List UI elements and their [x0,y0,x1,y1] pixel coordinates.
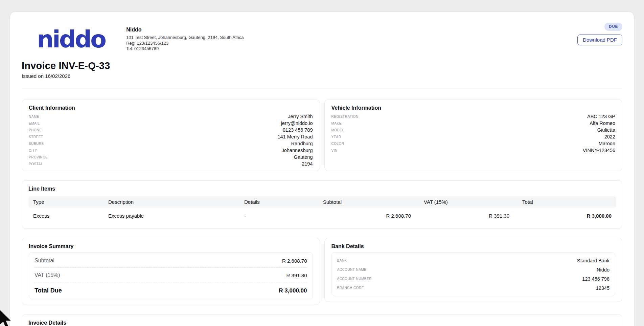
client-information-card: Client Information NAME Jerry Smith EMAI… [22,100,320,171]
client-province-label: PROVINCE [29,155,48,159]
header-divider [22,88,622,88]
client-information-title: Client Information [29,105,313,111]
line-item-vat: R 391.30 [419,208,518,224]
bank-account-number-value: 123 456 798 [582,276,610,282]
summary-total-row: Total Due R 3,000.00 [34,282,307,294]
page-header: niddo Niddo 101 Test Street, Johannesbur… [22,25,622,54]
summary-subtotal-value: R 2,608.70 [282,258,307,264]
mouse-cursor [0,309,12,326]
client-street-value: 141 Merry Road [278,134,313,139]
summary-vat-label: VAT (15%) [34,272,60,278]
client-row-email: EMAIL jerry@niddo.io [29,120,313,127]
summary-vat-value: R 391.30 [286,273,307,278]
vehicle-model-label: MODEL [331,128,344,132]
total-due-label: Total Due [34,287,62,294]
client-row-province: PROVINCE Gauteng [29,154,313,160]
summary-row-subtotal: Subtotal R 2,608.70 [34,253,307,268]
line-item-details: - [239,208,318,224]
client-row-name: NAME Jerry Smith [29,113,313,120]
client-name-value: Jerry Smith [288,114,313,119]
niddo-logo: niddo [37,25,105,54]
invoice-summary-panel: Subtotal R 2,608.70 VAT (15%) R 391.30 T… [29,252,313,299]
invoice-details-title: Invoice Details [28,320,616,326]
line-item-total: R 3,000.00 [518,208,616,224]
client-information-rows: NAME Jerry Smith EMAIL jerry@niddo.io PH… [29,113,313,167]
client-street-label: STREET [29,135,43,139]
summary-row-vat: VAT (15%) R 391.30 [34,268,307,282]
invoice-content: niddo Niddo 101 Test Street, Johannesbur… [22,12,622,326]
bank-details-title: Bank Details [331,243,616,249]
bank-name-label: BANK [337,259,347,262]
brand-block: niddo Niddo 101 Test Street, Johannesbur… [22,25,244,54]
vehicle-row-year: YEAR 2022 [331,133,616,140]
bank-row-branch-code: BRANCH CODE 12345 [337,283,610,292]
invoice-page-card: niddo Niddo 101 Test Street, Johannesbur… [10,12,634,326]
column-header-vat: VAT (15%) [419,196,518,208]
client-email-label: EMAIL [29,122,40,125]
vehicle-row-registration: REGISTRATION ABC 123 GP [331,113,616,120]
bank-row-bank: BANK Standard Bank [337,256,610,265]
vehicle-make-value: Alfa Romeo [590,121,615,126]
vehicle-year-value: 2022 [604,134,615,139]
client-row-suburb: SUBURB Randburg [29,140,313,147]
bank-account-number-label: ACCOUNT NUMBER [337,277,372,281]
vehicle-information-card: Vehicle Information REGISTRATION ABC 123… [324,100,623,171]
vehicle-color-value: Maroon [599,141,615,146]
client-email-value: jerry@niddo.io [281,121,313,126]
line-item-row: Excess Excess payable - R 2,608.70 R 391… [28,208,616,224]
bank-branch-code-value: 12345 [596,285,610,291]
vehicle-information-title: Vehicle Information [331,105,616,111]
vehicle-row-color: COLOR Maroon [331,140,616,147]
client-postal-label: POSTAL [29,162,43,166]
client-province-value: Gauteng [294,154,313,160]
vehicle-vin-label: VIN [331,149,338,152]
company-info: Niddo 101 Test Street, Johannesburg, Gau… [126,25,244,52]
client-row-street: STREET 141 Merry Road [29,133,313,140]
client-suburb-value: Randburg [291,141,313,146]
header-actions: DUE Download PDF [577,23,622,45]
line-items-table: Type Description Details Subtotal VAT (1… [28,196,616,224]
client-row-postal: POSTAL 2194 [29,160,313,167]
column-header-type: Type [28,196,104,208]
invoice-summary-card: Invoice Summary Subtotal R 2,608.70 VAT … [22,238,320,305]
client-row-phone: PHONE 0123 456 789 [29,127,313,133]
vehicle-registration-label: REGISTRATION [331,115,359,118]
vehicle-make-label: MAKE [331,122,342,125]
client-row-city: CITY Johannesburg [29,147,313,154]
client-city-value: Johannesburg [282,148,313,153]
client-phone-label: PHONE [29,128,42,132]
vehicle-registration-value: ABC 123 GP [587,114,615,119]
column-header-description: Description [104,196,239,208]
bank-row-account-name: ACCOUNT NAME Niddo [337,265,610,274]
column-header-subtotal: Subtotal [318,196,419,208]
vehicle-information-rows: REGISTRATION ABC 123 GP MAKE Alfa Romeo … [331,113,616,154]
vehicle-vin-value: VINNY-123456 [583,148,615,153]
line-items-card: Line Items Type Description Details Subt… [22,180,622,229]
line-item-subtotal: R 2,608.70 [318,208,419,224]
invoice-title: Invoice INV-E-Q-33 [22,60,622,71]
company-name: Niddo [126,27,244,33]
line-items-header-row: Type Description Details Subtotal VAT (1… [28,196,616,208]
bank-details-panel: BANK Standard Bank ACCOUNT NAME Niddo AC… [331,252,616,296]
column-header-total: Total [518,196,616,208]
client-city-label: CITY [29,149,37,152]
bank-branch-code-label: BRANCH CODE [337,286,364,290]
vehicle-color-label: COLOR [331,142,344,146]
bank-name-value: Standard Bank [577,258,610,263]
company-reg-number: Reg: 123/123456/123 [126,41,244,46]
summary-subtotal-label: Subtotal [34,258,54,264]
line-item-type: Excess [28,208,104,224]
download-pdf-button[interactable]: Download PDF [577,35,622,46]
vehicle-model-value: Giulietta [597,127,615,133]
vehicle-row-make: MAKE Alfa Romeo [331,120,616,127]
client-phone-value: 0123 456 789 [283,127,313,133]
bank-account-name-value: Niddo [597,267,610,273]
bank-details-card: Bank Details BANK Standard Bank ACCOUNT … [324,238,623,302]
company-address: 101 Test Street, Johannesburg, Gauteng, … [126,35,244,41]
vehicle-year-label: YEAR [331,135,341,139]
line-item-description: Excess payable [104,208,239,224]
invoice-details-card: Invoice Details [22,314,622,326]
bank-account-name-label: ACCOUNT NAME [337,268,367,271]
vehicle-row-vin: VIN VINNY-123456 [331,147,616,154]
client-name-label: NAME [29,115,39,118]
